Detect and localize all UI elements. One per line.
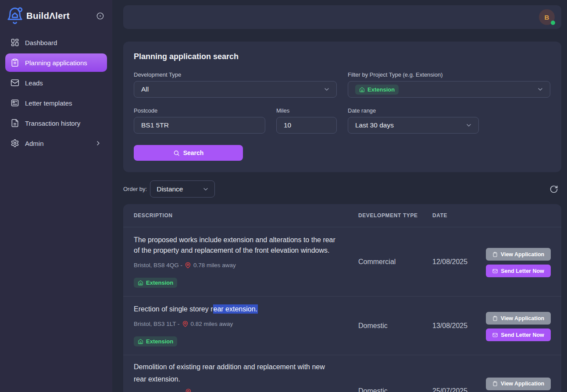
postcode-label: Postcode xyxy=(134,107,265,114)
sidebar-item-admin[interactable]: Admin xyxy=(5,133,107,153)
house-icon xyxy=(138,339,143,344)
sidebar-item-letter-templates[interactable]: Letter templates xyxy=(5,93,107,113)
postcode-input[interactable]: BS1 5TR xyxy=(134,117,265,134)
miles-input[interactable]: 10 xyxy=(276,117,337,134)
layout-list-icon xyxy=(11,99,19,107)
table-row: Erection of single storey rear extension… xyxy=(123,297,561,355)
refresh-icon[interactable] xyxy=(549,185,558,194)
view-application-button[interactable]: View Application xyxy=(486,312,551,325)
chevron-down-icon xyxy=(323,86,330,93)
view-application-label: View Application xyxy=(501,315,544,321)
sidebar-collapse-icon[interactable] xyxy=(96,12,104,20)
header-development-type: DEVELOPMENT TYPE xyxy=(358,212,432,219)
location-text: Bristol, BS8 4QG - xyxy=(134,262,182,268)
sidebar-item-dashboard[interactable]: Dashboard xyxy=(5,32,107,53)
send-letter-button[interactable]: Send Letter Now xyxy=(486,328,551,341)
sidebar-item-leads[interactable]: Leads xyxy=(5,73,107,93)
view-application-label: View Application xyxy=(501,251,544,258)
document-icon xyxy=(11,119,19,127)
project-type-label: Filter by Project Type (e.g. Extension) xyxy=(348,71,550,78)
extension-tag-label: Extension xyxy=(146,338,173,345)
order-by-select[interactable]: Distance xyxy=(150,180,215,198)
development-type-cell: Commercial xyxy=(358,227,432,296)
development-type-cell: Domestic xyxy=(358,355,432,392)
sidebar-item-label: Dashboard xyxy=(25,39,57,46)
postcode-value: BS1 5TR xyxy=(141,121,169,129)
location-text: Bristol, BS3 1LT - xyxy=(134,321,180,327)
avatar[interactable]: B xyxy=(539,9,555,25)
avatar-initial: B xyxy=(545,14,549,21)
sidebar-item-transaction-history[interactable]: Transaction history xyxy=(5,113,107,133)
clipboard-icon xyxy=(492,316,498,321)
search-panel: Planning application search Development … xyxy=(123,42,561,172)
search-button[interactable]: Search xyxy=(134,145,243,161)
date-cell: 25/07/2025 xyxy=(432,355,486,392)
mail-icon xyxy=(492,332,498,338)
extension-tag: Extension xyxy=(134,336,177,346)
send-letter-label: Send Letter Now xyxy=(501,268,544,274)
order-by-label: Order by: xyxy=(123,186,147,192)
miles-value: 10 xyxy=(284,121,291,129)
date-cell: 12/08/2025 xyxy=(432,227,486,296)
map-pin-icon xyxy=(185,388,192,392)
buildalert-logo-icon xyxy=(5,6,25,25)
view-application-button[interactable]: View Application xyxy=(486,248,551,261)
date-range-value: Last 30 days xyxy=(355,121,394,129)
main-content: B Planning application search Developmen… xyxy=(112,0,567,392)
extension-tag: Extension xyxy=(134,278,177,288)
order-bar: Order by: Distance xyxy=(123,180,561,198)
results-table: DESCRIPTION DEVELOPMENT TYPE DATE The pr… xyxy=(123,204,561,392)
view-application-label: View Application xyxy=(501,381,544,387)
chevron-down-icon xyxy=(202,186,209,193)
gear-icon xyxy=(11,139,19,148)
application-description: Erection of single storey rear extension… xyxy=(134,304,349,314)
extension-tag-label: Extension xyxy=(146,279,173,286)
clipboard-icon xyxy=(492,381,498,386)
sidebar: BuildΛlert Dashboard xyxy=(0,0,112,392)
date-cell: 13/08/2025 xyxy=(432,297,486,355)
sidebar-item-label: Transaction history xyxy=(25,120,80,127)
distance-text: 0.78 miles away xyxy=(193,262,236,268)
send-letter-button[interactable]: Send Letter Now xyxy=(486,265,551,277)
search-button-label: Search xyxy=(183,149,204,156)
search-panel-title: Planning application search xyxy=(134,52,551,61)
project-type-badge: Extension xyxy=(355,85,399,95)
sidebar-item-label: Planning applications xyxy=(25,59,87,67)
development-type-label: Development Type xyxy=(134,71,337,78)
send-letter-label: Send Letter Now xyxy=(501,332,544,338)
topbar: B xyxy=(123,5,561,29)
distance-text: 0.82 miles away xyxy=(191,321,233,327)
development-type-value: All xyxy=(141,85,149,93)
clipboard-icon xyxy=(492,252,498,257)
dashboard-icon xyxy=(11,38,19,47)
order-by-value: Distance xyxy=(157,185,183,193)
map-pin-icon xyxy=(185,262,191,268)
house-icon xyxy=(138,280,143,286)
table-header: DESCRIPTION DEVELOPMENT TYPE DATE xyxy=(123,204,561,227)
application-description: The proposed works include extension and… xyxy=(134,235,349,256)
clipboard-icon xyxy=(11,58,19,67)
project-type-select[interactable]: Extension xyxy=(348,81,550,98)
date-range-select[interactable]: Last 30 days xyxy=(348,117,479,134)
header-description: DESCRIPTION xyxy=(134,212,358,219)
project-type-badge-label: Extension xyxy=(367,86,395,93)
brand-name: BuildΛlert xyxy=(26,11,70,21)
mail-icon xyxy=(11,78,19,87)
table-row: The proposed works include extension and… xyxy=(123,227,561,297)
miles-label: Miles xyxy=(276,107,337,114)
view-application-button[interactable]: View Application xyxy=(486,378,551,390)
development-type-select[interactable]: All xyxy=(134,81,337,98)
sidebar-item-planning-applications[interactable]: Planning applications xyxy=(5,53,107,72)
sidebar-item-label: Admin xyxy=(25,140,44,147)
table-row: Demolition of existing rear addition and… xyxy=(123,355,561,392)
header-date: DATE xyxy=(432,212,486,219)
online-status-dot xyxy=(551,21,555,25)
search-icon xyxy=(173,150,180,156)
sidebar-nav: Dashboard Planning applications Leads xyxy=(5,32,107,153)
application-description: Demolition of existing rear addition and… xyxy=(134,361,349,385)
development-type-cell: Domestic xyxy=(358,297,432,355)
map-pin-icon xyxy=(182,321,189,327)
chevron-down-icon xyxy=(465,122,472,129)
sidebar-item-label: Leads xyxy=(25,79,43,87)
house-icon xyxy=(359,87,365,92)
